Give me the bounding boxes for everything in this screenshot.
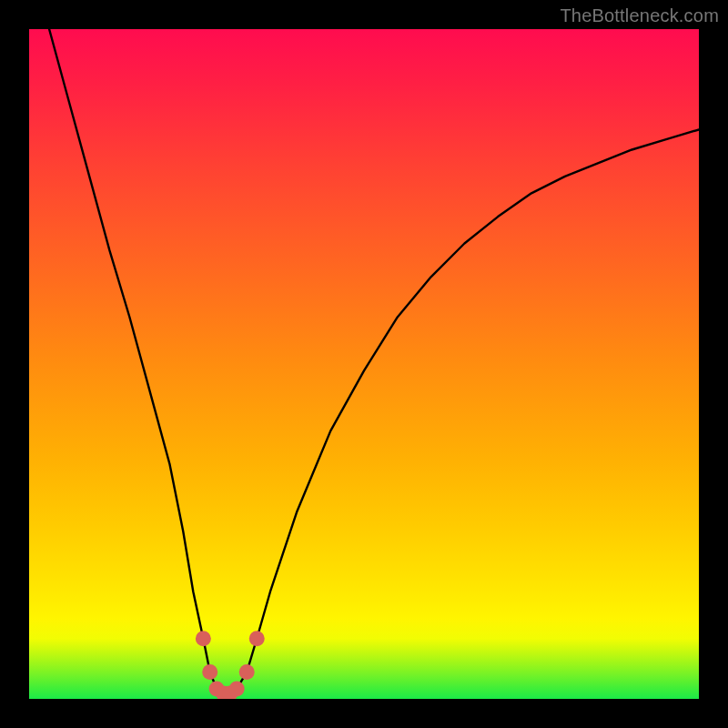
curve-marker bbox=[239, 664, 255, 680]
curve-marker bbox=[202, 664, 217, 680]
curve-markers bbox=[196, 631, 265, 699]
plot-area bbox=[29, 29, 699, 699]
curve-marker bbox=[249, 631, 265, 646]
watermark-text: TheBottleneck.com bbox=[560, 5, 719, 26]
curve-marker bbox=[196, 631, 211, 646]
chart-svg bbox=[29, 29, 699, 699]
chart-frame: TheBottleneck.com bbox=[0, 0, 728, 728]
bottleneck-curve bbox=[49, 29, 699, 693]
curve-marker bbox=[229, 681, 245, 696]
